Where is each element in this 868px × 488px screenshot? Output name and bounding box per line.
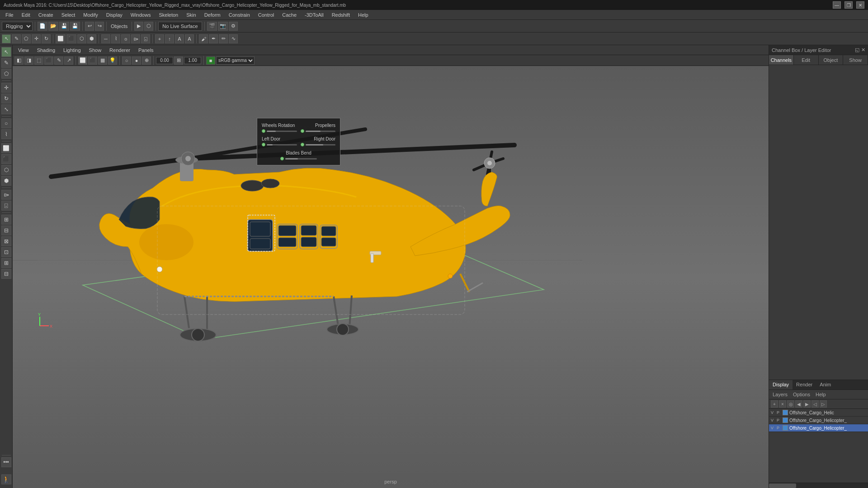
layer-item-3[interactable]: V P Offshore_Cargo_Helicopter_	[769, 424, 868, 432]
scene-area[interactable]: X Y Wheels Rotation Propellers	[13, 66, 769, 488]
vp-tb-btn5[interactable]: ✎	[54, 56, 63, 65]
vp-tb-btn6[interactable]: ↗	[64, 56, 73, 65]
lt-box2[interactable]: ⬛	[1, 154, 11, 164]
vp-menu-renderer[interactable]: Renderer	[106, 47, 134, 54]
vp-ao-btn[interactable]: ●	[132, 56, 141, 65]
lt-more[interactable]: •••	[1, 457, 11, 467]
pen-btn[interactable]: ✒	[209, 34, 218, 43]
select-mode-btn[interactable]: ▶	[134, 22, 143, 31]
curve-btn[interactable]: ∿	[229, 34, 238, 43]
vp-tex-btn[interactable]: ▦	[98, 56, 107, 65]
tab-object[interactable]: Object	[819, 55, 844, 65]
vp-tb-btn1[interactable]: ◧	[14, 56, 24, 65]
vp-tb-btn7[interactable]: ⊞	[174, 56, 183, 65]
sculpt-btn[interactable]: ⬛	[66, 34, 76, 43]
menu-modify[interactable]: Modify	[80, 11, 101, 19]
move-tool-btn[interactable]: ✛	[32, 34, 41, 43]
vp-menu-show[interactable]: Show	[85, 47, 105, 54]
layers-sub-btn[interactable]: Layers	[771, 391, 789, 398]
grease-btn[interactable]: ✏	[219, 34, 228, 43]
joint-tool-btn[interactable]: ─	[101, 34, 110, 43]
lt-move[interactable]: ✛	[1, 83, 11, 93]
vp-color-btn[interactable]: ■	[206, 56, 215, 65]
lt-paint-skin[interactable]: ⌺	[1, 201, 11, 211]
plus-btn[interactable]: +	[155, 34, 164, 43]
lt-scale[interactable]: ⤡	[1, 104, 11, 114]
new-scene-button[interactable]: 📄	[38, 22, 47, 31]
menu-file[interactable]: File	[2, 11, 17, 19]
menu-control[interactable]: Control	[255, 11, 278, 19]
no-live-surface-indicator[interactable]: No Live Surface	[158, 22, 202, 31]
layer-anim-tab[interactable]: Anim	[816, 380, 835, 389]
lt-lasso[interactable]: ⬠	[1, 69, 11, 79]
menu-deform[interactable]: Deform	[201, 11, 224, 19]
layer-create-btn[interactable]: +	[771, 400, 778, 408]
anim-btn2[interactable]: A	[185, 34, 194, 43]
panel-close-btn[interactable]: ✕	[861, 47, 865, 53]
vp-color-select[interactable]: sRGB gamma	[216, 56, 255, 65]
vp-shadow-btn[interactable]: ○	[122, 56, 131, 65]
render-btn1[interactable]: 🎬	[207, 22, 217, 31]
restore-button[interactable]: ❐	[844, 1, 853, 9]
layer-display-tab[interactable]: Display	[769, 380, 793, 389]
layer-all-vis-btn[interactable]: ◎	[787, 400, 794, 408]
undo-button[interactable]: ↩	[85, 22, 94, 31]
cage-btn[interactable]: ⬡	[77, 34, 86, 43]
lt-grid6[interactable]: ⊟	[1, 269, 11, 279]
menu-display[interactable]: Display	[103, 11, 126, 19]
layer-item-2[interactable]: V P Offshore_Cargo_Helicopter_	[769, 417, 868, 424]
fk-tool-btn[interactable]: ⌾	[121, 34, 130, 43]
tab-channels[interactable]: Channels	[769, 55, 794, 65]
lt-joint[interactable]: ○	[1, 118, 11, 128]
paint-select-btn[interactable]: ✎	[12, 34, 21, 43]
vp-smooth-btn[interactable]: ⬛	[88, 56, 97, 65]
menu-edit[interactable]: Edit	[18, 11, 34, 19]
menu-3dtall[interactable]: -3DToAll	[301, 11, 327, 19]
open-button[interactable]: 📂	[48, 22, 58, 31]
tab-show[interactable]: Show	[843, 55, 868, 65]
layer-item-1[interactable]: V P Offshore_Cargo_Helic	[769, 409, 868, 417]
vp-tb-btn3[interactable]: ⬚	[34, 56, 43, 65]
menu-redshift[interactable]: Redshift	[328, 11, 354, 19]
vp-wire-btn[interactable]: ⬜	[78, 56, 87, 65]
lt-grid2[interactable]: ⊟	[1, 225, 11, 235]
panel-float-btn[interactable]: ◱	[855, 47, 859, 53]
menu-help[interactable]: Help	[354, 11, 372, 19]
save-as-button[interactable]: 💾	[70, 22, 80, 31]
save-button[interactable]: 💾	[59, 22, 69, 31]
mode-selector[interactable]: Rigging	[2, 22, 33, 31]
lt-box3[interactable]: ⬡	[1, 165, 11, 175]
ik-tool-btn[interactable]: ⌇	[111, 34, 120, 43]
menu-windows[interactable]: Windows	[127, 11, 155, 19]
anim-btn1[interactable]: A	[175, 34, 184, 43]
vp-menu-lighting[interactable]: Lighting	[60, 47, 85, 54]
vp-tb-btn4[interactable]: ⬛	[44, 56, 53, 65]
lt-paint[interactable]: ✎	[1, 58, 11, 68]
layer-nav-right2[interactable]: ▷	[820, 400, 827, 408]
vp-cam-btn[interactable]: ⊕	[142, 56, 151, 65]
paint-skin-btn[interactable]: ⌺	[141, 34, 150, 43]
redo-button[interactable]: ↪	[95, 22, 104, 31]
vp-menu-view[interactable]: View	[14, 47, 33, 54]
layer-nav-right[interactable]: ▶	[803, 400, 811, 408]
layer-render-tab[interactable]: Render	[793, 380, 816, 389]
lt-grid4[interactable]: ⊡	[1, 247, 11, 257]
menu-constrain[interactable]: Constrain	[225, 11, 254, 19]
vp-light-btn[interactable]: 💡	[108, 56, 117, 65]
render-btn2[interactable]: 📷	[218, 22, 228, 31]
minimize-button[interactable]: —	[833, 1, 841, 9]
lt-box1[interactable]: ⬜	[1, 143, 11, 153]
lt-box4[interactable]: ⬢	[1, 176, 11, 186]
arrow-btn[interactable]: ↑	[165, 34, 174, 43]
select-tool-btn[interactable]: ↖	[2, 34, 11, 43]
lt-select[interactable]: ↖	[1, 47, 11, 57]
brush-btn[interactable]: 🖌	[199, 34, 208, 43]
lt-grid3[interactable]: ⊠	[1, 236, 11, 246]
skin-btn[interactable]: ⌲	[131, 34, 140, 43]
softmod-btn[interactable]: ⬜	[56, 34, 66, 43]
layer-scrollbar[interactable]	[769, 483, 868, 488]
lasso-btn[interactable]: ⬡	[144, 22, 153, 31]
help-sub-btn[interactable]: Help	[814, 391, 828, 398]
lt-human[interactable]: 🚶	[1, 474, 11, 484]
close-button[interactable]: ✕	[856, 1, 864, 9]
